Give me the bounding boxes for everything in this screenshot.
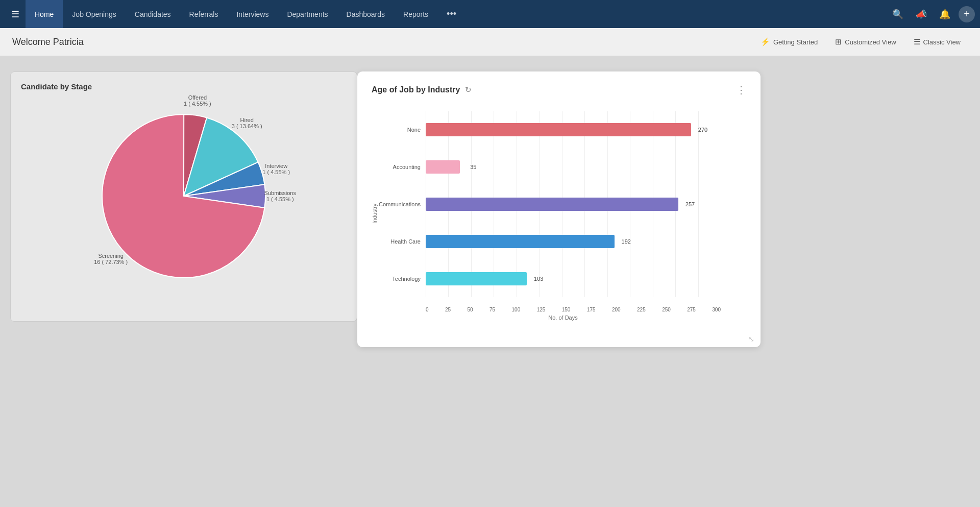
list-icon: ☰: [914, 37, 920, 46]
nav-item-candidates[interactable]: Candidates: [126, 0, 180, 28]
nav-item-referrals[interactable]: Referrals: [180, 0, 228, 28]
x-tick: 175: [587, 307, 596, 312]
nav-item-interviews[interactable]: Interviews: [227, 0, 278, 28]
bar-fill: 192: [426, 235, 615, 248]
bell-icon[interactable]: 🔔: [935, 5, 954, 24]
x-tick: 50: [468, 307, 473, 312]
x-tick: 200: [612, 307, 621, 312]
nav-item-dashboards[interactable]: Dashboards: [337, 0, 395, 28]
main-content: Candidate by Stage Offered1 ( 4.55% )Hir…: [0, 56, 980, 505]
bar-value-label: 257: [685, 201, 695, 207]
nav-right: 🔍 📣 🔔 +: [888, 5, 975, 24]
nav-item-reports[interactable]: Reports: [394, 0, 437, 28]
y-labels: NoneAccountingCommunicationsHealth CareT…: [380, 111, 426, 297]
candidate-by-stage-card: Candidate by Stage Offered1 ( 4.55% )Hir…: [10, 71, 357, 322]
y-label-health-care: Health Care: [380, 233, 426, 250]
x-tick: 250: [662, 307, 671, 312]
bar-chart-area: NoneAccountingCommunicationsHealth CareT…: [380, 106, 746, 312]
search-icon[interactable]: 🔍: [888, 5, 908, 24]
nav-item-home[interactable]: Home: [26, 0, 63, 28]
y-label-communications: Communications: [380, 196, 426, 212]
card-header-left: Age of Job by Industry ↻: [372, 85, 472, 94]
refresh-icon[interactable]: ↻: [465, 85, 472, 94]
x-tick: 0: [426, 307, 429, 312]
header-actions: ⚡ Getting Started ⊞ Customized View ☰ Cl…: [753, 34, 968, 50]
bar-value-label: 35: [470, 164, 476, 170]
y-label-none: None: [380, 122, 426, 138]
grid-icon: ⊞: [835, 37, 842, 46]
age-of-job-card: Age of Job by Industry ↻ ⋮ Industry None…: [357, 71, 761, 347]
pie-label-submissions: Submissions1 ( 4.55% ): [264, 190, 296, 202]
age-card-title: Age of Job by Industry: [372, 85, 460, 94]
x-tick: 75: [489, 307, 495, 312]
pie-chart: Offered1 ( 4.55% )Hired3 ( 13.64% )Inter…: [87, 99, 281, 293]
y-label-accounting: Accounting: [380, 159, 426, 175]
pie-label-interview: Interview1 ( 4.55% ): [262, 163, 290, 175]
x-tick: 275: [687, 307, 696, 312]
lightning-icon: ⚡: [761, 37, 770, 46]
card-header: Age of Job by Industry ↻ ⋮: [372, 84, 746, 96]
x-tick: 300: [712, 307, 721, 312]
x-tick: 225: [637, 307, 646, 312]
bar-row-technology: 103: [426, 271, 721, 287]
bar-row-accounting: 35: [426, 159, 721, 175]
x-tick: 100: [512, 307, 521, 312]
y-axis-label: Industry: [372, 106, 378, 321]
classic-view-button[interactable]: ☰ Classic View: [906, 34, 968, 50]
nav-items: HomeJob OpeningsCandidatesReferralsInter…: [26, 0, 465, 28]
bar-chart-wrapper: Industry NoneAccountingCommunicationsHea…: [372, 106, 746, 321]
bar-fill: 103: [426, 272, 527, 285]
pie-label-offered: Offered1 ( 4.55% ): [184, 94, 211, 107]
bar-row-none: 270: [426, 122, 721, 138]
nav-item-job-openings[interactable]: Job Openings: [63, 0, 125, 28]
y-label-technology: Technology: [380, 271, 426, 287]
resize-handle[interactable]: ⤡: [748, 335, 754, 343]
add-button[interactable]: +: [959, 6, 975, 22]
x-axis-title: No. of Days: [380, 312, 746, 321]
nav-item-departments[interactable]: Departments: [278, 0, 337, 28]
header-bar: Welcome Patricia ⚡ Getting Started ⊞ Cus…: [0, 28, 980, 56]
bar-row-health-care: 192: [426, 233, 721, 250]
x-axis: 0255075100125150175200225250275300: [426, 297, 721, 312]
bar-value-label: 103: [534, 276, 543, 282]
pie-label-screening: Screening16 ( 72.73% ): [94, 253, 128, 265]
customized-view-button[interactable]: ⊞ Customized View: [828, 34, 903, 50]
pie-label-hired: Hired3 ( 13.64% ): [232, 117, 262, 129]
candidate-card-title: Candidate by Stage: [21, 82, 347, 91]
getting-started-button[interactable]: ⚡ Getting Started: [753, 34, 825, 50]
bar-fill: 270: [426, 123, 691, 136]
hamburger-icon[interactable]: ☰: [5, 0, 26, 28]
bar-fill: 35: [426, 160, 460, 174]
navbar: ☰ HomeJob OpeningsCandidatesReferralsInt…: [0, 0, 980, 28]
bar-value-label: 192: [622, 238, 631, 245]
x-tick: 150: [562, 307, 571, 312]
bar-chart-inner: NoneAccountingCommunicationsHealth CareT…: [380, 106, 746, 321]
nav-more-button[interactable]: •••: [437, 0, 465, 28]
bar-value-label: 270: [698, 127, 707, 133]
megaphone-icon[interactable]: 📣: [912, 5, 931, 24]
bar-fill: 257: [426, 198, 678, 211]
x-tick: 25: [445, 307, 451, 312]
bar-rows: 27035257192103: [426, 111, 721, 297]
bar-row-communications: 257: [426, 196, 721, 212]
more-options-icon[interactable]: ⋮: [736, 84, 746, 96]
x-tick: 125: [537, 307, 546, 312]
welcome-text: Welcome Patricia: [12, 37, 84, 47]
